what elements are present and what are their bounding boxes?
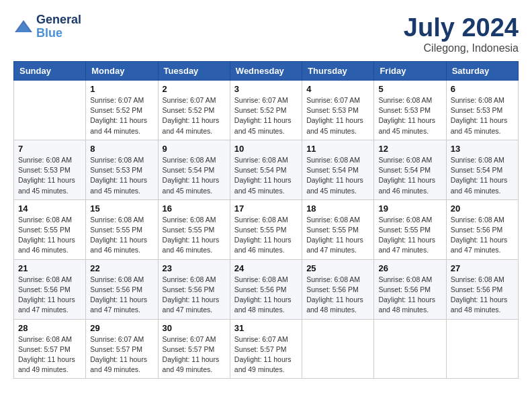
calendar-cell: 2Sunrise: 6:07 AM Sunset: 5:52 PM Daylig… [158,81,230,140]
calendar-cell: 31Sunrise: 6:07 AM Sunset: 5:57 PM Dayli… [230,319,302,379]
calendar-cell: 1Sunrise: 6:07 AM Sunset: 5:52 PM Daylig… [86,81,158,140]
day-info: Sunrise: 6:08 AM Sunset: 5:53 PM Dayligh… [18,155,81,196]
calendar-cell: 25Sunrise: 6:08 AM Sunset: 5:56 PM Dayli… [302,259,374,319]
day-info: Sunrise: 6:08 AM Sunset: 5:56 PM Dayligh… [451,215,514,256]
location: Cilegong, Indonesia [404,42,519,54]
day-number: 15 [90,203,153,214]
day-number: 31 [234,323,298,333]
day-number: 19 [378,203,441,214]
calendar-cell [446,319,518,379]
calendar-cell: 16Sunrise: 6:08 AM Sunset: 5:55 PM Dayli… [158,199,230,259]
day-number: 18 [306,203,369,214]
day-number: 28 [18,323,81,333]
day-info: Sunrise: 6:08 AM Sunset: 5:56 PM Dayligh… [234,275,298,316]
day-number: 10 [234,144,298,154]
day-number: 22 [90,263,153,273]
day-number: 25 [306,263,369,273]
day-info: Sunrise: 6:08 AM Sunset: 5:56 PM Dayligh… [451,275,514,316]
day-info: Sunrise: 6:08 AM Sunset: 5:55 PM Dayligh… [18,215,81,256]
logo: GeneralBlue [13,13,81,40]
day-of-week-header: Thursday [302,62,374,81]
calendar-cell [14,81,86,140]
calendar-cell [374,319,446,379]
calendar-cell: 9Sunrise: 6:08 AM Sunset: 5:54 PM Daylig… [158,140,230,199]
calendar-cell: 17Sunrise: 6:08 AM Sunset: 5:55 PM Dayli… [230,199,302,259]
calendar-cell: 15Sunrise: 6:08 AM Sunset: 5:55 PM Dayli… [86,199,158,259]
day-info: Sunrise: 6:07 AM Sunset: 5:52 PM Dayligh… [234,95,298,136]
day-info: Sunrise: 6:07 AM Sunset: 5:57 PM Dayligh… [234,334,298,375]
calendar-week-row: 1Sunrise: 6:07 AM Sunset: 5:52 PM Daylig… [14,81,519,140]
day-number: 8 [90,144,153,154]
calendar-cell [302,319,374,379]
calendar-cell: 6Sunrise: 6:08 AM Sunset: 5:53 PM Daylig… [446,81,518,140]
day-of-week-header: Friday [374,62,446,81]
day-info: Sunrise: 6:08 AM Sunset: 5:54 PM Dayligh… [234,155,298,196]
day-info: Sunrise: 6:08 AM Sunset: 5:55 PM Dayligh… [234,215,298,256]
day-number: 16 [163,203,226,214]
calendar-cell: 5Sunrise: 6:08 AM Sunset: 5:53 PM Daylig… [374,81,446,140]
day-info: Sunrise: 6:08 AM Sunset: 5:57 PM Dayligh… [18,334,81,375]
day-of-week-header: Monday [86,62,158,81]
logo-icon [13,19,34,35]
day-number: 26 [378,263,441,273]
day-number: 20 [451,203,514,214]
calendar-week-row: 21Sunrise: 6:08 AM Sunset: 5:56 PM Dayli… [14,259,519,319]
day-number: 7 [18,144,81,154]
day-number: 2 [163,84,226,94]
day-number: 21 [18,263,81,273]
day-info: Sunrise: 6:08 AM Sunset: 5:55 PM Dayligh… [306,215,369,256]
day-number: 24 [234,263,298,273]
day-number: 3 [234,84,298,94]
day-info: Sunrise: 6:08 AM Sunset: 5:54 PM Dayligh… [451,155,514,196]
day-info: Sunrise: 6:08 AM Sunset: 5:56 PM Dayligh… [306,275,369,316]
day-of-week-header: Tuesday [158,62,230,81]
calendar-cell: 10Sunrise: 6:08 AM Sunset: 5:54 PM Dayli… [230,140,302,199]
day-number: 17 [234,203,298,214]
month-title: July 2024 [404,13,519,42]
day-number: 30 [163,323,226,333]
day-number: 29 [90,323,153,333]
calendar: SundayMondayTuesdayWednesdayThursdayFrid… [13,61,519,379]
calendar-cell: 3Sunrise: 6:07 AM Sunset: 5:52 PM Daylig… [230,81,302,140]
day-info: Sunrise: 6:07 AM Sunset: 5:52 PM Dayligh… [90,95,153,136]
calendar-cell: 24Sunrise: 6:08 AM Sunset: 5:56 PM Dayli… [230,259,302,319]
calendar-cell: 19Sunrise: 6:08 AM Sunset: 5:55 PM Dayli… [374,199,446,259]
calendar-cell: 18Sunrise: 6:08 AM Sunset: 5:55 PM Dayli… [302,199,374,259]
calendar-cell: 28Sunrise: 6:08 AM Sunset: 5:57 PM Dayli… [14,319,86,379]
day-number: 9 [163,144,226,154]
calendar-week-row: 7Sunrise: 6:08 AM Sunset: 5:53 PM Daylig… [14,140,519,199]
calendar-cell: 26Sunrise: 6:08 AM Sunset: 5:56 PM Dayli… [374,259,446,319]
calendar-cell: 22Sunrise: 6:08 AM Sunset: 5:56 PM Dayli… [86,259,158,319]
calendar-cell: 13Sunrise: 6:08 AM Sunset: 5:54 PM Dayli… [446,140,518,199]
calendar-cell: 14Sunrise: 6:08 AM Sunset: 5:55 PM Dayli… [14,199,86,259]
calendar-cell: 27Sunrise: 6:08 AM Sunset: 5:56 PM Dayli… [446,259,518,319]
calendar-cell: 23Sunrise: 6:08 AM Sunset: 5:56 PM Dayli… [158,259,230,319]
day-number: 12 [378,144,441,154]
page-header: GeneralBlue July 2024 Cilegong, Indonesi… [13,13,519,54]
day-info: Sunrise: 6:08 AM Sunset: 5:55 PM Dayligh… [163,215,226,256]
calendar-week-row: 28Sunrise: 6:08 AM Sunset: 5:57 PM Dayli… [14,319,519,379]
day-number: 6 [451,84,514,94]
calendar-cell: 11Sunrise: 6:08 AM Sunset: 5:54 PM Dayli… [302,140,374,199]
day-info: Sunrise: 6:08 AM Sunset: 5:53 PM Dayligh… [378,95,441,136]
calendar-cell: 21Sunrise: 6:08 AM Sunset: 5:56 PM Dayli… [14,259,86,319]
day-info: Sunrise: 6:08 AM Sunset: 5:56 PM Dayligh… [163,275,226,316]
calendar-cell: 7Sunrise: 6:08 AM Sunset: 5:53 PM Daylig… [14,140,86,199]
day-number: 27 [451,263,514,273]
calendar-cell: 29Sunrise: 6:07 AM Sunset: 5:57 PM Dayli… [86,319,158,379]
calendar-header-row: SundayMondayTuesdayWednesdayThursdayFrid… [14,62,519,81]
day-number: 4 [306,84,369,94]
calendar-week-row: 14Sunrise: 6:08 AM Sunset: 5:55 PM Dayli… [14,199,519,259]
calendar-cell: 4Sunrise: 6:07 AM Sunset: 5:53 PM Daylig… [302,81,374,140]
day-info: Sunrise: 6:07 AM Sunset: 5:57 PM Dayligh… [90,334,153,375]
day-info: Sunrise: 6:07 AM Sunset: 5:53 PM Dayligh… [306,95,369,136]
logo-text: GeneralBlue [36,13,81,40]
day-info: Sunrise: 6:08 AM Sunset: 5:54 PM Dayligh… [378,155,441,196]
day-number: 13 [451,144,514,154]
day-info: Sunrise: 6:07 AM Sunset: 5:52 PM Dayligh… [163,95,226,136]
day-of-week-header: Saturday [446,62,518,81]
day-number: 11 [306,144,369,154]
day-info: Sunrise: 6:08 AM Sunset: 5:53 PM Dayligh… [451,95,514,136]
calendar-cell: 12Sunrise: 6:08 AM Sunset: 5:54 PM Dayli… [374,140,446,199]
title-block: July 2024 Cilegong, Indonesia [404,13,519,54]
